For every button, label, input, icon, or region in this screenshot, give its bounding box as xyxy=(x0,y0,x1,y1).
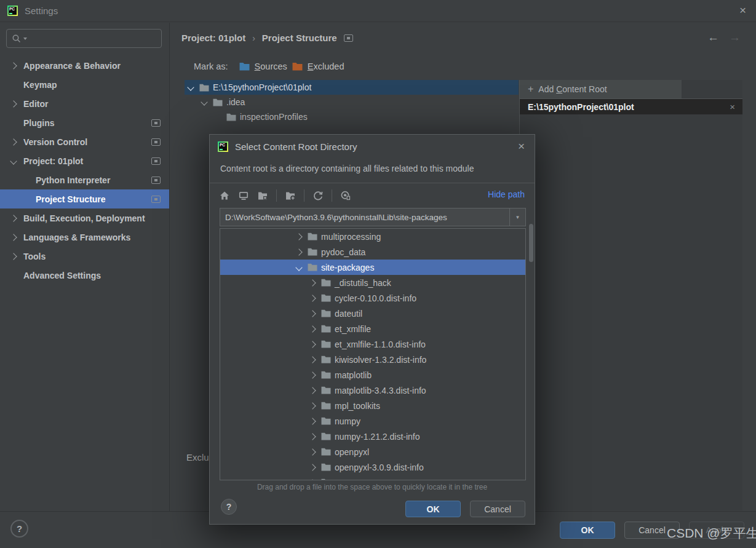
tree-item-kiwisolver-1-3-2-dist-info[interactable]: kiwisolver-1.3.2.dist-info xyxy=(220,352,525,367)
refresh-icon[interactable] xyxy=(312,190,324,201)
show-hidden-files-icon[interactable] xyxy=(340,190,351,201)
sidebar-item-project-structure[interactable]: Project Structure xyxy=(0,189,169,208)
sidebar-item-build-execution-deployment[interactable]: Build, Execution, Deployment xyxy=(0,208,169,228)
help-icon[interactable]: ? xyxy=(10,520,28,538)
search-box[interactable] xyxy=(6,29,162,48)
back-arrow-icon[interactable]: ← xyxy=(707,31,719,44)
chevron-box xyxy=(295,265,308,270)
tree-item-mpl-toolkits[interactable]: mpl_toolkits xyxy=(220,398,525,413)
module-directory-icon[interactable] xyxy=(257,190,268,201)
chevron-right-icon[interactable] xyxy=(309,448,316,455)
chevron-right-icon[interactable] xyxy=(10,215,17,221)
dialog-help-icon[interactable]: ? xyxy=(221,499,237,515)
tree-item-openpyxl-3-0-9-dist-info[interactable]: openpyxl-3.0.9.dist-info xyxy=(220,459,525,475)
sidebar-item-advanced-settings[interactable]: Advanced Settings xyxy=(0,266,169,285)
mark-sources-button[interactable]: Sources xyxy=(255,62,287,71)
tree-item-et-xmlfile-1-1-0-dist-info[interactable]: et_xmlfile-1.1.0.dist-info xyxy=(220,336,525,352)
desktop-icon[interactable] xyxy=(238,190,249,201)
tree-item-partial[interactable] xyxy=(220,475,525,480)
dialog-close-icon[interactable]: × xyxy=(518,140,525,153)
tree-item-et-xmlfile[interactable]: et_xmlfile xyxy=(220,321,525,336)
chevron-right-icon[interactable] xyxy=(10,100,17,107)
folder-icon xyxy=(308,248,317,256)
sidebar-item-appearance-behavior[interactable]: Appearance & Behavior xyxy=(0,56,169,75)
tree-item-dateutil[interactable]: dateutil xyxy=(220,306,525,321)
mark-as-label: Mark as: xyxy=(194,62,228,71)
folder-icon xyxy=(308,263,317,271)
sidebar-item-label: Plugins xyxy=(23,118,55,128)
tree-item-inspectionprofiles[interactable]: inspectionProfiles xyxy=(185,109,519,124)
path-value[interactable]: D:\WorkSoftwae\Python3.9.6\pythoninstall… xyxy=(220,213,509,222)
tree-item-matplotlib-3-4-3-dist-info[interactable]: matplotlib-3.4.3.dist-info xyxy=(220,383,525,398)
tree-item-numpy-1-21-2-dist-info[interactable]: numpy-1.21.2.dist-info xyxy=(220,429,525,444)
sidebar-item-keymap[interactable]: Keymap xyxy=(0,75,169,94)
tree-item-e-15pythonproject-01plot[interactable]: E:\15pythonProject\01plot xyxy=(185,80,519,95)
ok-button[interactable]: OK xyxy=(560,522,615,539)
chevron-right-icon[interactable] xyxy=(309,418,316,424)
search-icon[interactable] xyxy=(12,34,22,44)
remove-content-root-icon[interactable]: × xyxy=(730,101,735,112)
scrollbar-thumb[interactable] xyxy=(529,224,533,262)
sidebar-item-version-control[interactable]: Version Control xyxy=(0,132,169,151)
chevron-right-icon[interactable] xyxy=(309,356,316,363)
tree-item-cycler-0-10-0-dist-info[interactable]: cycler-0.10.0.dist-info xyxy=(220,290,525,306)
chevron-right-icon[interactable] xyxy=(309,279,316,286)
dialog-ok-button[interactable]: OK xyxy=(405,501,461,517)
breadcrumb-project[interactable]: Project: 01plot xyxy=(181,33,245,43)
sources-folder-icon[interactable] xyxy=(239,62,250,71)
new-folder-icon[interactable] xyxy=(285,190,296,201)
hide-path-link[interactable]: Hide path xyxy=(488,189,525,199)
close-icon[interactable]: × xyxy=(739,4,746,17)
home-icon[interactable] xyxy=(219,190,230,201)
sidebar-item-project-01plot[interactable]: Project: 01plot xyxy=(0,151,169,170)
chevron-right-icon[interactable] xyxy=(309,341,316,347)
sidebar-item-label: Python Interpreter xyxy=(36,175,110,185)
tree-item-idea[interactable]: .idea xyxy=(185,95,519,109)
tree-item-distutils-hack[interactable]: _distutils_hack xyxy=(220,275,525,290)
chevron-right-icon[interactable] xyxy=(295,233,302,240)
chevron-right-icon[interactable] xyxy=(309,371,316,378)
tree-item-label: numpy-1.21.2.dist-info xyxy=(335,432,420,442)
chevron-right-icon[interactable] xyxy=(10,234,17,240)
excluded-folder-icon[interactable] xyxy=(292,62,303,71)
sidebar-item-editor[interactable]: Editor xyxy=(0,94,169,113)
path-combobox[interactable]: D:\WorkSoftwae\Python3.9.6\pythoninstall… xyxy=(220,208,526,226)
chevron-down-icon[interactable] xyxy=(187,84,194,90)
chevron-right-icon[interactable] xyxy=(10,253,17,260)
sidebar-item-languages-frameworks[interactable]: Languages & Frameworks xyxy=(0,228,169,247)
add-content-root-button[interactable]: + Add Content Root xyxy=(520,80,682,98)
chevron-down-icon[interactable] xyxy=(10,157,17,164)
chevron-right-icon[interactable] xyxy=(309,325,316,332)
chevron-right-icon[interactable] xyxy=(10,62,17,69)
content-root-path: E:\15pythonProject\01plot xyxy=(528,102,634,112)
chevron-right-icon[interactable] xyxy=(295,248,302,255)
chevron-right-icon[interactable] xyxy=(309,387,316,394)
chevron-down-icon[interactable] xyxy=(295,264,302,271)
sidebar-item-tools[interactable]: Tools xyxy=(0,247,169,266)
chevron-right-icon[interactable] xyxy=(309,464,316,471)
tree-item-numpy[interactable]: numpy xyxy=(220,413,525,429)
tree-item-openpyxl[interactable]: openpyxl xyxy=(220,444,525,459)
chevron-right-icon[interactable] xyxy=(309,310,316,317)
chevron-right-icon[interactable] xyxy=(309,433,316,440)
chevron-right-icon[interactable] xyxy=(309,402,316,409)
content-root-row[interactable]: E:\15pythonProject\01plot × xyxy=(520,99,742,114)
sidebar-item-label: Appearance & Behavior xyxy=(23,61,121,71)
tree-item-pydoc-data[interactable]: pydoc_data xyxy=(220,244,525,260)
sidebar-item-plugins[interactable]: Plugins xyxy=(0,113,169,132)
path-dropdown-button[interactable]: ▼ xyxy=(509,208,525,226)
chevron-down-icon[interactable] xyxy=(201,98,207,105)
chevron-right-icon[interactable] xyxy=(309,295,316,301)
chevron-right-icon[interactable] xyxy=(10,138,17,145)
mark-excluded-button[interactable]: Excluded xyxy=(308,62,344,71)
tree-item-site-packages[interactable]: site-packages xyxy=(220,260,525,275)
search-options-caret-icon[interactable] xyxy=(23,38,27,40)
sidebar-item-python-interpreter[interactable]: Python Interpreter xyxy=(0,170,169,189)
dialog-cancel-button[interactable]: Cancel xyxy=(470,501,525,517)
tree-item-multiprocessing[interactable]: multiprocessing xyxy=(220,229,525,244)
tree-item-matplotlib[interactable]: matplotlib xyxy=(220,367,525,383)
chevron-box xyxy=(309,388,321,393)
search-input[interactable] xyxy=(28,33,161,44)
sidebar-item-label: Project: 01plot xyxy=(23,156,83,166)
chevron-right-icon[interactable] xyxy=(309,479,316,480)
